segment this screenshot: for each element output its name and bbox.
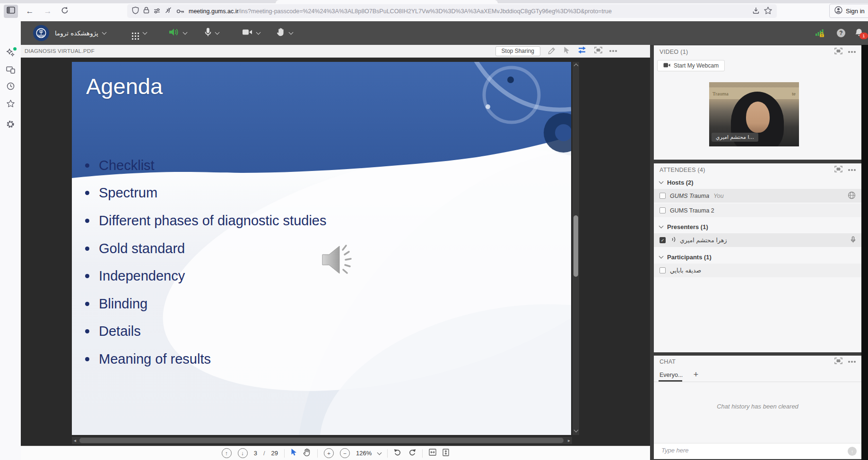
attendee-checkbox[interactable] (660, 193, 666, 199)
attendee-you-suffix: You (713, 193, 724, 199)
slide-bullet-list: Checklist Spectrum Different phases of d… (85, 152, 326, 373)
horizontal-scrollbar-thumb[interactable] (79, 438, 564, 443)
redo-button[interactable] (408, 449, 416, 458)
fit-width-button[interactable] (429, 449, 436, 458)
chat-input-row: ↑ (654, 443, 861, 459)
raise-hand-control[interactable] (277, 21, 293, 45)
bell-icon: 1 (855, 28, 863, 39)
notifications-button[interactable]: 1 (855, 21, 863, 45)
help-button[interactable]: ? (837, 21, 845, 45)
check-icon: ✓ (661, 238, 665, 243)
slide-bullet: Spectrum (85, 179, 326, 207)
scroll-right-icon[interactable]: ▸ (568, 438, 570, 443)
slide-bullet: Independency (85, 262, 326, 290)
select-tool-button[interactable] (291, 448, 297, 458)
scroll-left-icon[interactable]: ◂ (74, 438, 76, 443)
add-chat-tab-button[interactable]: + (691, 369, 701, 380)
reload-button[interactable] (58, 5, 72, 18)
send-message-button[interactable]: ↑ (848, 447, 857, 456)
microphone-control[interactable] (205, 21, 219, 45)
scroll-up-icon[interactable] (574, 64, 579, 68)
save-page-icon[interactable] (752, 7, 760, 16)
sync-icon[interactable] (577, 46, 587, 56)
attendee-row[interactable]: صديقه بابايي (654, 264, 861, 277)
webcam-name-label: ...ا محتشم اميري (712, 133, 758, 142)
start-webcam-button[interactable]: Start My Webcam (657, 60, 725, 71)
chevron-down-icon[interactable] (377, 450, 382, 455)
pod-fullscreen-icon[interactable] (834, 358, 842, 366)
presenters-group-header[interactable]: Presenters (1) (654, 221, 861, 232)
url-text[interactable]: meeting.gums.ac.ir/ins?meeting-passcode=… (189, 8, 748, 15)
sidebar-settings-button[interactable] (3, 118, 18, 133)
microphone-icon (205, 27, 211, 39)
history-button[interactable] (3, 80, 18, 95)
hosts-group-header[interactable]: Hosts (2) (654, 177, 861, 188)
pan-tool-button[interactable] (303, 448, 311, 459)
fullscreen-icon[interactable] (594, 47, 602, 55)
url-bar[interactable]: meeting.gums.ac.ir/ins?meeting-passcode=… (127, 4, 777, 18)
scroll-down-icon[interactable] (574, 428, 579, 433)
sign-text-left: Trauma (712, 91, 729, 96)
permissions-icon[interactable] (154, 7, 161, 16)
shield-icon[interactable] (132, 7, 139, 16)
current-page[interactable]: 3 (254, 450, 257, 457)
pod-menu-icon[interactable] (848, 361, 856, 363)
webcam-control[interactable] (242, 21, 260, 45)
pod-menu-icon[interactable] (848, 169, 856, 171)
zoom-level[interactable]: 126% (356, 450, 372, 457)
previous-page-button[interactable]: ↑ (222, 448, 232, 458)
vertical-scrollbar[interactable] (573, 62, 579, 435)
chat-input[interactable] (660, 446, 828, 454)
pod-menu-icon[interactable] (848, 51, 856, 53)
ai-chat-button[interactable] (3, 46, 18, 61)
fit-page-button[interactable] (443, 449, 449, 458)
sign-in-button[interactable]: Sign in (829, 4, 868, 18)
attendee-row[interactable]: GUMS Trauma You (654, 189, 861, 203)
room-menu[interactable]: پژوهشکده تروما (55, 21, 106, 45)
pod-fullscreen-icon[interactable] (834, 48, 842, 56)
pod-fullscreen-icon[interactable] (834, 166, 842, 174)
undo-button[interactable] (394, 449, 402, 458)
gums-logo[interactable] (33, 25, 49, 41)
browser-sidebar (0, 21, 21, 460)
draw-icon[interactable] (547, 46, 556, 56)
pointer-icon[interactable] (564, 46, 570, 56)
attendees-pod-header: ATTENDEES (4) (654, 163, 861, 177)
key-icon[interactable] (176, 7, 184, 16)
webcam-video[interactable]: Trauma te ...ا محتشم اميري (709, 82, 799, 146)
connection-stats[interactable] (815, 21, 825, 45)
lock-icon[interactable] (143, 7, 149, 16)
embedded-audio-icon[interactable] (321, 244, 356, 276)
speaker-control[interactable] (169, 21, 187, 45)
attendee-checkbox-checked[interactable]: ✓ (660, 237, 666, 243)
apps-menu[interactable] (132, 21, 147, 45)
attendee-checkbox[interactable] (660, 207, 666, 213)
microphone-icon[interactable] (851, 236, 856, 245)
sidebar-toggle-button[interactable] (4, 5, 18, 18)
stop-sharing-button[interactable]: Stop Sharing (495, 46, 540, 56)
video-pod: VIDEO (1) Start My Webcam Trauma te ...ا… (654, 45, 861, 160)
zoom-out-button[interactable]: − (340, 448, 350, 458)
back-icon: ← (26, 7, 34, 16)
active-tab[interactable] (276, 0, 498, 3)
forward-button[interactable]: → (41, 5, 55, 18)
back-button[interactable]: ← (23, 5, 37, 18)
attendee-row[interactable]: GUMS Trauma 2 (654, 204, 861, 217)
participants-group-header[interactable]: Participants (1) (654, 251, 861, 263)
presenters-group-label: Presenters (1) (667, 223, 708, 230)
synced-tabs-button[interactable] (3, 63, 18, 78)
slide-bullet: Gold standard (85, 235, 326, 263)
zoom-in-button[interactable]: + (324, 448, 334, 458)
attendee-row[interactable]: ✓ زهرا محتشم اميري (654, 233, 861, 247)
chat-tab-everyone[interactable]: Everyo... (660, 368, 683, 382)
send-arrow-icon: ↑ (851, 449, 854, 454)
apps-grid-icon (132, 33, 133, 34)
next-page-button[interactable]: ↓ (238, 448, 248, 458)
vertical-scrollbar-thumb[interactable] (573, 215, 578, 277)
bookmark-star-icon[interactable] (764, 7, 772, 16)
globe-icon[interactable] (848, 191, 856, 201)
autoplay-blocked-icon[interactable] (165, 7, 172, 16)
attendee-checkbox[interactable] (660, 267, 666, 273)
bookmarks-button[interactable] (3, 97, 18, 112)
pod-menu-icon[interactable] (609, 50, 617, 52)
